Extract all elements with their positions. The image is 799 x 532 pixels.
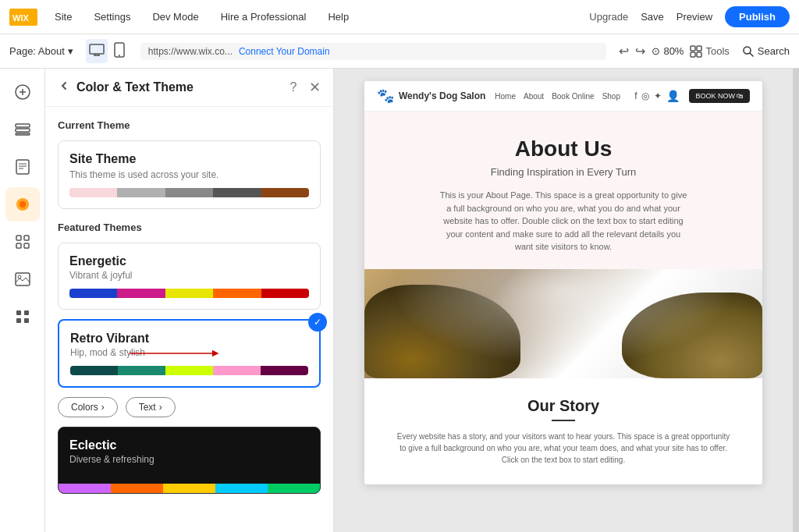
back-arrow-icon [58,80,70,92]
tools-label: Tools [705,45,729,57]
nav-save[interactable]: Save [641,11,664,23]
dog-icon: 🐾 [377,87,394,105]
site-story: Our Story Every website has a story, and… [364,378,762,484]
nav-site[interactable]: Site [50,8,76,26]
more-button[interactable] [5,300,40,334]
device-switcher [86,39,128,63]
retro-vibrant-theme-card[interactable]: ✓ Retro Vibrant Hip, mod & stylish [58,319,321,388]
apps-button[interactable] [5,225,40,259]
sections-icon [15,123,30,136]
svg-rect-10 [691,52,695,57]
eclectic-theme-card[interactable]: Eclectic Diverse & refreshing [58,427,321,494]
tools-button[interactable]: Tools [690,45,729,58]
retro-color-1 [70,366,118,375]
nav-home[interactable]: Home [495,92,516,101]
svg-rect-29 [24,243,29,248]
chevron-down-icon[interactable]: ▾ [68,45,73,57]
publish-button[interactable]: Publish [725,6,790,27]
desktop-view-button[interactable] [86,39,108,63]
svg-rect-17 [16,124,30,127]
nav-hire-professional[interactable]: Hire a Professional [216,8,311,26]
media-button[interactable] [5,262,40,296]
svg-rect-11 [697,52,701,57]
zoom-control[interactable]: ⊙ 80% [652,45,684,57]
panel-title: Color & Text Theme [76,80,278,94]
panel-help-button[interactable]: ? [284,78,303,97]
colors-button[interactable]: Colors › [58,397,118,417]
panel-back-button[interactable] [58,80,70,95]
energetic-theme-subtitle: Vibrant & joyful [69,270,309,281]
grid-icon [15,309,30,325]
top-navigation: WIX Site Settings Dev Mode Hire a Profes… [0,0,799,34]
eclectic-color-strip [59,484,320,493]
svg-rect-34 [16,318,21,323]
story-divider [552,420,575,421]
desktop-icon [89,44,105,56]
eclectic-color-3 [163,484,215,493]
nav-settings[interactable]: Settings [89,8,135,26]
retro-color-3 [165,366,213,375]
svg-rect-35 [24,318,29,323]
search-label: Search [758,45,790,57]
retro-color-4 [213,366,261,375]
site-theme-card[interactable]: Site Theme This theme is used across you… [58,140,321,209]
eclectic-inner: Eclectic Diverse & refreshing [59,427,320,484]
nav-preview[interactable]: Preview [676,11,712,23]
sections-button[interactable] [5,112,40,147]
tools-icon [690,45,702,58]
plus-icon [15,84,30,100]
svg-point-25 [20,201,26,207]
hero-snow-overlay [364,269,762,378]
theme-action-buttons: Colors › Text › [58,397,321,417]
site-color-2 [117,188,165,197]
svg-rect-20 [16,160,29,174]
website-preview: 🐾 Wendy's Dog Salon Home About Book Onli… [364,81,762,484]
site-color-5 [261,188,309,197]
energetic-theme-card[interactable]: Energetic Vibrant & joyful [58,243,321,310]
nav-book-online[interactable]: Book Online [552,92,594,101]
eclectic-color-2 [111,484,163,493]
mobile-icon [114,42,125,58]
nav-about[interactable]: About [524,92,544,101]
eclectic-color-5 [268,484,320,493]
panel-close-button[interactable]: ✕ [309,79,321,96]
theme-panel: Color & Text Theme ? ✕ Current Theme Sit… [45,69,334,532]
canvas-area: 🐾 Wendy's Dog Salon Home About Book Onli… [334,69,793,532]
mobile-view-button[interactable] [111,39,128,63]
redo-button[interactable]: ↪ [635,44,645,59]
svg-rect-2 [90,44,104,54]
hero-body: This is your About Page. This space is a… [439,189,688,254]
zoom-icon: ⊙ [652,45,660,57]
search-button[interactable]: Search [742,45,790,58]
zoom-level: 80% [663,45,684,57]
nav-upgrade[interactable]: Upgrade [589,11,628,23]
site-color-1 [69,188,117,197]
nav-dev-mode[interactable]: Dev Mode [147,8,203,26]
retro-color-5 [261,366,308,375]
connect-domain-link[interactable]: Connect Your Domain [239,46,330,57]
theme-icon [15,197,30,212]
svg-rect-27 [24,236,29,240]
undo-button[interactable]: ↩ [619,44,629,59]
featured-themes-label: Featured Themes [58,222,321,233]
hero-title: About Us [396,137,731,161]
hero-subtitle: Finding Inspiration in Every Turn [396,166,731,178]
text-arrow-icon: › [159,402,162,413]
book-now-button[interactable]: BOOK NOW 🛍 [689,89,750,103]
svg-rect-33 [24,310,29,315]
retro-color-2 [118,366,165,375]
svg-rect-19 [16,133,30,135]
svg-point-7 [119,55,120,56]
url-bar[interactable]: https://www.wix.co... Connect Your Domai… [140,43,607,60]
page-label[interactable]: Page: About ▾ [9,45,73,57]
nav-shop[interactable]: Shop [602,92,620,101]
add-element-button[interactable] [5,75,40,109]
retro-vibrant-color-strip [70,366,308,375]
theme-button[interactable] [5,187,40,222]
twitter-icon: ✦ [654,90,662,101]
eclectic-color-4 [215,484,268,493]
text-button[interactable]: Text › [126,397,176,417]
pages-button[interactable] [5,150,40,184]
nav-help[interactable]: Help [323,8,353,26]
hero-image [364,269,762,378]
